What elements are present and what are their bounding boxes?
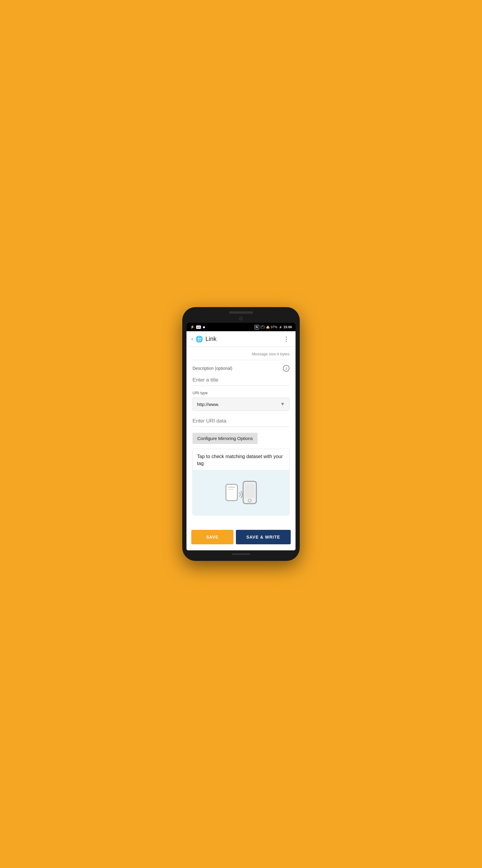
phone-bottom-bar: [232, 553, 250, 555]
usb-icon: ⚡: [190, 325, 195, 329]
info-button[interactable]: i: [283, 365, 289, 372]
nfc-svg: [224, 479, 258, 506]
uri-type-dropdown[interactable]: http://www. ▼: [193, 398, 289, 411]
configure-mirroring-button[interactable]: Configure Mirroring Options: [193, 433, 258, 444]
nfc-status-icon: N: [255, 325, 259, 330]
more-options-button[interactable]: ⋮: [281, 334, 292, 344]
status-left-icons: ⚡ </> ⏺: [190, 325, 205, 329]
uri-type-label: URI type: [193, 391, 289, 395]
save-button[interactable]: SAVE: [191, 530, 233, 544]
app-title: Link: [205, 336, 281, 342]
status-right-icons: N 📳 🔔 97% ⚡ 15:06: [255, 325, 292, 330]
save-write-button[interactable]: SAVE & WRITE: [236, 530, 291, 544]
nfc-illustration: [224, 479, 258, 506]
silent-icon: 🔔: [266, 326, 269, 329]
uri-type-value: http://www.: [197, 402, 219, 407]
divider: [193, 360, 289, 360]
message-size-label: Message size:4 bytes: [193, 352, 289, 356]
phone-camera: [239, 317, 243, 320]
battery-text: 97%: [271, 325, 278, 329]
bottom-actions: SAVE SAVE & WRITE: [187, 526, 295, 550]
main-content: Message size:4 bytes Description (option…: [187, 347, 295, 526]
vibrate-icon: 📳: [260, 325, 265, 329]
app-bar: ‹ 🌐 Link ⋮: [187, 331, 295, 347]
chevron-down-icon: ▼: [280, 401, 285, 407]
tap-card[interactable]: Tap to check matching dataset with your …: [193, 449, 289, 516]
globe-icon: 🌐: [195, 336, 203, 343]
uri-data-input[interactable]: [193, 415, 289, 427]
title-input[interactable]: [193, 375, 289, 386]
tap-card-visual: [193, 470, 289, 515]
description-section: Description (optional) i: [193, 365, 289, 372]
phone-screen: ⚡ </> ⏺ N 📳 🔔 97% ⚡ 15:06 ‹ 🌐 Link ⋮ Mes…: [187, 323, 295, 550]
tap-card-text: Tap to check matching dataset with your …: [193, 449, 289, 470]
phone-speaker: [229, 311, 253, 314]
svg-rect-2: [228, 489, 233, 490]
dev-icon: </>: [196, 326, 201, 329]
record-icon: ⏺: [202, 326, 205, 329]
battery-icon: ⚡: [279, 326, 282, 329]
time-text: 15:06: [284, 325, 292, 329]
phone-frame: ⚡ </> ⏺ N 📳 🔔 97% ⚡ 15:06 ‹ 🌐 Link ⋮ Mes…: [182, 307, 300, 561]
description-label: Description (optional): [193, 366, 232, 371]
status-bar: ⚡ </> ⏺ N 📳 🔔 97% ⚡ 15:06: [187, 323, 295, 331]
svg-rect-4: [245, 484, 255, 498]
svg-rect-1: [228, 487, 235, 488]
back-button[interactable]: ‹: [190, 335, 194, 343]
